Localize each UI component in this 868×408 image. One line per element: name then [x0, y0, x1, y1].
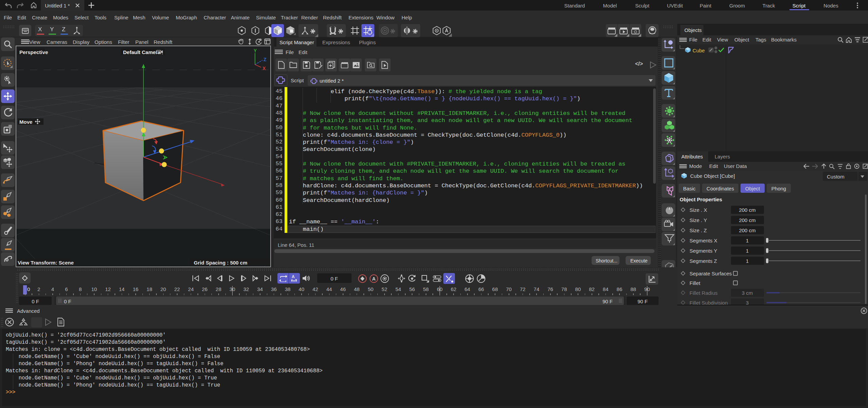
- svg-text:Z: Z: [263, 57, 267, 62]
- svg-text:A: A: [372, 276, 376, 282]
- svg-text:Y: Y: [254, 49, 257, 53]
- svg-text:A: A: [292, 274, 295, 279]
- svg-text:X: X: [262, 66, 266, 70]
